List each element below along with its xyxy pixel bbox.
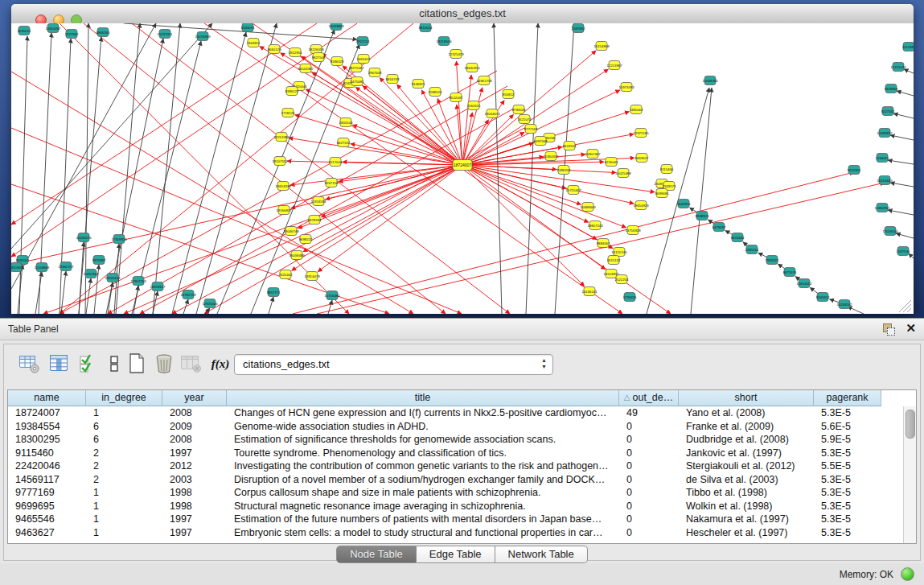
graph-node[interactable]: 8938924 — [696, 212, 709, 220]
graph-node[interactable]: 17359924 — [111, 235, 127, 244]
graph-node[interactable]: 9777169 — [524, 125, 538, 134]
graph-node[interactable]: 16648784 — [702, 76, 718, 85]
graph-node[interactable]: 10244502 — [836, 300, 852, 309]
graph-node[interactable]: 1327902 — [65, 30, 79, 39]
graph-node[interactable]: 1615132 — [607, 256, 621, 265]
graph-node[interactable]: 13505113 — [105, 274, 121, 282]
graph-node[interactable]: 11353594 — [311, 197, 326, 206]
column-header-short[interactable]: short — [679, 390, 814, 406]
graph-node[interactable]: 14914479 — [304, 272, 320, 281]
graph-node[interactable]: 15716485 — [324, 291, 340, 300]
graph-node[interactable]: 10653287 — [45, 24, 61, 33]
row-height-button[interactable] — [102, 351, 126, 377]
graph-node[interactable]: 18724007 — [453, 160, 472, 171]
graph-node[interactable]: 8471676 — [783, 268, 797, 277]
graph-node[interactable]: 8183074 — [241, 23, 255, 32]
graph-node[interactable]: 2967608 — [368, 68, 382, 77]
table-row[interactable]: 1456911722003Disruption of a novel membe… — [8, 473, 904, 487]
graph-node[interactable]: 8186328 — [331, 57, 344, 66]
graph-node[interactable]: 8267150 — [325, 179, 339, 187]
column-header-title[interactable]: title — [227, 390, 619, 406]
column-header-out_degree[interactable]: △out_de… — [619, 390, 679, 406]
graph-node[interactable]: 8660128 — [268, 45, 281, 54]
graph-node[interactable]: 17957253 — [130, 277, 146, 286]
graph-node[interactable]: 18226058 — [308, 45, 324, 54]
graph-node[interactable]: 16033809 — [328, 23, 344, 31]
graph-node[interactable]: 19654923 — [633, 201, 649, 210]
scrollbar-thumb[interactable] — [906, 410, 915, 439]
graph-node[interactable]: 9329966 — [885, 84, 898, 93]
column-header-pagerank[interactable]: pagerank — [814, 390, 881, 406]
graph-node[interactable]: 15237311 — [158, 30, 173, 39]
graph-node[interactable]: 2522254 — [615, 275, 629, 284]
function-builder-button[interactable]: f(x) — [208, 351, 232, 377]
graph-node[interactable]: 16039489 — [289, 251, 305, 260]
graph-node[interactable]: 9463627 — [635, 154, 649, 163]
graph-node[interactable]: 10688609 — [580, 203, 596, 212]
graph-node[interactable]: 5475685 — [351, 77, 364, 86]
network-window-titlebar[interactable]: citations_edges.txt — [11, 4, 914, 24]
graph-node[interactable]: 16120740 — [611, 248, 627, 257]
graph-node[interactable]: 3624554 — [563, 142, 577, 150]
graph-node[interactable]: 5878334 — [308, 216, 322, 225]
graph-node[interactable]: 6497568 — [534, 137, 548, 146]
graph-node[interactable]: 18807243 — [587, 221, 603, 230]
graph-node[interactable]: 2718126 — [281, 109, 295, 117]
graph-node[interactable]: 3315941 — [11, 263, 23, 272]
graph-node[interactable]: 14136141 — [581, 287, 598, 296]
table-row[interactable]: 2242004622012Investigating the contribut… — [8, 459, 904, 473]
tab-node-table[interactable]: Node Table — [336, 546, 417, 563]
graph-node[interactable]: 12213967 — [606, 61, 622, 70]
graph-node[interactable]: 10654112 — [797, 279, 812, 288]
table-row[interactable]: 911546021997Tourette syndrome. Phenomeno… — [8, 447, 904, 460]
graph-node[interactable]: 1621072 — [518, 115, 532, 124]
graph-node[interactable]: 15720407 — [565, 186, 581, 195]
graph-node[interactable]: 17016504 — [882, 227, 898, 236]
table-select-dropdown[interactable]: citations_edges.txt ▲▼ — [234, 354, 553, 375]
column-header-year[interactable]: year — [162, 390, 227, 406]
graph-node[interactable]: 2087682 — [572, 24, 585, 33]
graph-node[interactable]: 9146821 — [412, 80, 425, 89]
graph-node[interactable]: 9975887 — [92, 256, 106, 265]
close-panel-icon[interactable]: ✕ — [906, 322, 916, 335]
new-table-icon[interactable] — [125, 351, 149, 377]
graph-node[interactable]: 16958117 — [150, 282, 166, 291]
graph-node[interactable]: 7425402 — [279, 270, 293, 279]
graph-node[interactable]: 6216043 — [605, 158, 618, 167]
graph-node[interactable]: 13756928 — [625, 226, 641, 235]
graph-node[interactable]: 11156869 — [35, 263, 50, 272]
graph-node[interactable]: 16210643 — [877, 176, 893, 185]
table-row[interactable]: 946362711997Embryonic stem cells: a mode… — [8, 526, 904, 540]
graph-node[interactable]: 12093872 — [877, 129, 893, 138]
table-columns-button[interactable] — [47, 351, 72, 377]
graph-node[interactable]: 15751074 — [890, 63, 906, 72]
graph-node[interactable]: 16782759 — [180, 290, 196, 299]
table-row[interactable]: 1938455462009Genome-wide association stu… — [8, 420, 904, 434]
graph-node[interactable]: 9794024 — [512, 105, 526, 114]
graph-node[interactable]: 16961758 — [476, 76, 492, 85]
graph-node[interactable]: 1244415 — [876, 154, 889, 163]
graph-node[interactable]: 9115460 — [660, 165, 674, 174]
network-canvas[interactable]: 1872400790350211065328713279026866160152… — [11, 23, 914, 314]
graph-node[interactable]: 18107552 — [272, 157, 288, 166]
graph-node[interactable]: 13275067 — [348, 64, 364, 72]
graph-node[interactable]: 16154808 — [593, 42, 610, 51]
graph-node[interactable]: 15692951 — [874, 204, 890, 212]
graph-node[interactable]: 12325419 — [448, 50, 464, 59]
graph-node[interactable]: 18640910 — [464, 64, 480, 72]
graph-node[interactable]: 8454749 — [386, 75, 400, 84]
graph-node[interactable]: 1562615 — [467, 101, 481, 110]
graph-node[interactable]: 9227341 — [881, 107, 895, 116]
graph-node[interactable]: 9699695 — [655, 189, 669, 198]
vertical-scrollbar[interactable] — [903, 406, 916, 543]
graph-node[interactable]: 13942757 — [58, 262, 74, 271]
graph-node[interactable]: 9857771 — [267, 288, 281, 297]
graph-node[interactable]: 12923446 — [202, 299, 218, 308]
graph-node[interactable]: 20364456 — [543, 152, 559, 161]
column-header-in_degree[interactable]: in_degree — [86, 390, 162, 406]
tab-network-table[interactable]: Network Table — [495, 546, 588, 563]
graph-node[interactable]: 1640954 — [677, 200, 691, 208]
network-window[interactable]: citations_edges.txt 18724007903502110653… — [11, 4, 914, 314]
graph-node[interactable]: 10973493 — [618, 83, 634, 92]
table-row[interactable]: 969969511998Structural magnetic resonanc… — [8, 500, 904, 513]
